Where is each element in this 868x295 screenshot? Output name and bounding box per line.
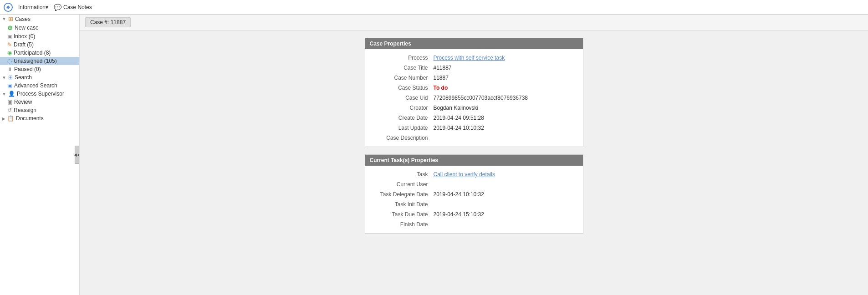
task-properties-section: Current Task(s) Properties Task Call cli…	[365, 154, 583, 234]
property-value-case-number: 11887	[434, 75, 578, 81]
property-label-case-uid: Case Uid	[370, 95, 434, 101]
property-row-case-number: Case Number 11887	[365, 73, 583, 83]
property-row-finish-date: Finish Date	[365, 219, 583, 229]
property-label-task-init-date: Task Init Date	[370, 201, 434, 208]
property-value-create-date: 2019-04-24 09:51:28	[434, 115, 578, 121]
property-value-process[interactable]: Process with self service task	[434, 55, 578, 61]
case-number-bar: Case #: 11887	[80, 15, 868, 31]
property-row-last-update: Last Update 2019-04-24 10:10:32	[365, 123, 583, 133]
triangle-down-icon: ▼	[2, 16, 6, 21]
property-row-create-date: Create Date 2019-04-24 09:51:28	[365, 113, 583, 123]
property-row-task-delegate-date: Task Delegate Date 2019-04-24 10:10:32	[365, 189, 583, 199]
cases-icon: ⊞	[8, 15, 13, 22]
triangle-down-icon: ▼	[2, 92, 6, 97]
task-properties-header: Current Task(s) Properties	[365, 155, 583, 166]
property-row-task-init-date: Task Init Date	[365, 199, 583, 209]
triangle-down-icon: ▼	[2, 75, 6, 80]
sidebar-item-label: Unassigned (105)	[14, 58, 57, 64]
case-properties-header: Case Properties	[365, 38, 583, 49]
comment-icon: 💬	[54, 4, 61, 11]
property-value-task-delegate-date: 2019-04-24 10:10:32	[434, 191, 578, 198]
reassign-icon: ↺	[7, 107, 12, 113]
advsearch-icon: ▣	[7, 82, 12, 89]
case-properties-body: Process Process with self service task C…	[365, 49, 583, 147]
property-label-case-description: Case Description	[370, 135, 434, 141]
case-notes-menu-item[interactable]: 💬 Case Notes	[54, 4, 92, 11]
property-label-task-delegate-date: Task Delegate Date	[370, 191, 434, 198]
sidebar-item-inbox[interactable]: ▣ Inbox (0)	[0, 32, 79, 41]
property-row-task-due-date: Task Due Date 2019-04-24 15:10:32	[365, 209, 583, 219]
sidebar-item-process-supervisor[interactable]: ▼ 👤 Process Supervisor	[0, 90, 79, 98]
review-icon: ▣	[7, 99, 12, 105]
property-row-case-description: Case Description	[365, 133, 583, 143]
content-area: Case #: 11887 Case Properties Process Pr…	[80, 15, 868, 295]
top-nav: Information▾ 💬 Case Notes	[0, 0, 868, 15]
information-menu[interactable]: Information▾	[18, 4, 48, 10]
properties-container: Case Properties Process Process with sel…	[80, 31, 868, 295]
inbox-icon: ▣	[7, 34, 12, 40]
property-row-case-title: Case Title #11887	[365, 63, 583, 73]
sidebar-item-review[interactable]: ▣ Review	[0, 98, 79, 106]
sidebar-item-unassigned[interactable]: ◌ Unassigned (105)	[0, 57, 79, 65]
triangle-right-icon: ▶	[2, 116, 5, 121]
property-label-process: Process	[370, 55, 434, 61]
sidebar-item-label: Process Supervisor	[17, 91, 64, 97]
unassigned-icon: ◌	[7, 58, 12, 64]
sidebar-item-paused[interactable]: ⏸ Paused (0)	[0, 65, 79, 73]
property-label-current-user: Current User	[370, 181, 434, 188]
sidebar-collapse-button[interactable]: ◀◀	[75, 146, 79, 164]
sidebar-item-label: New case	[15, 25, 39, 31]
property-label-task: Task	[370, 171, 434, 178]
sidebar-item-participated[interactable]: ◉ Participated (8)	[0, 49, 79, 57]
documents-icon: 📋	[7, 115, 14, 122]
property-value-case-title: #11887	[434, 65, 578, 71]
plus-icon: ⊕	[7, 24, 13, 31]
sidebar-item-label: Reassign	[14, 107, 36, 113]
sidebar-item-reassign[interactable]: ↺ Reassign	[0, 106, 79, 114]
sidebar-item-label: Review	[14, 99, 32, 105]
property-label-finish-date: Finish Date	[370, 221, 434, 228]
sidebar-item-label: Advanced Search	[14, 82, 57, 89]
sidebar-item-label: Cases	[15, 16, 31, 22]
task-properties-body: Task Call client to verify details Curre…	[365, 166, 583, 233]
app-logo	[4, 3, 13, 12]
property-value-case-status: To do	[434, 85, 578, 91]
property-label-case-title: Case Title	[370, 65, 434, 71]
paused-icon: ⏸	[7, 66, 12, 72]
property-label-case-status: Case Status	[370, 85, 434, 91]
property-row-process: Process Process with self service task	[365, 53, 583, 63]
sidebar-item-label: Search	[15, 74, 32, 81]
sidebar-item-label: Documents	[16, 115, 44, 122]
search-section-icon: ⊞	[8, 74, 13, 81]
sidebar-item-draft[interactable]: ✎ Draft (5)	[0, 41, 79, 49]
sidebar-item-label: Inbox (0)	[14, 33, 35, 40]
sidebar-item-search[interactable]: ▼ ⊞ Search	[0, 73, 79, 81]
property-row-creator: Creator Bogdan Kalinovski	[365, 103, 583, 113]
case-number-badge: Case #: 11887	[85, 17, 131, 27]
property-row-task: Task Call client to verify details	[365, 169, 583, 179]
sidebar-item-cases[interactable]: ▼ ⊞ Cases	[0, 15, 79, 23]
participated-icon: ◉	[7, 50, 12, 56]
property-label-creator: Creator	[370, 105, 434, 111]
sidebar-item-label: Participated (8)	[14, 50, 51, 56]
case-properties-section: Case Properties Process Process with sel…	[365, 38, 583, 147]
sidebar-item-label: Paused (0)	[14, 66, 41, 72]
property-value-creator: Bogdan Kalinovski	[434, 105, 578, 111]
property-label-create-date: Create Date	[370, 115, 434, 121]
property-value-case-uid: 7720899855cc007703accf8076936738	[434, 95, 578, 101]
property-value-task-due-date: 2019-04-24 15:10:32	[434, 211, 578, 218]
property-label-last-update: Last Update	[370, 125, 434, 131]
draft-icon: ✎	[7, 41, 12, 48]
sidebar-item-new-case[interactable]: ⊕ New case	[0, 23, 79, 32]
property-value-task[interactable]: Call client to verify details	[434, 171, 578, 178]
sidebar-item-advanced-search[interactable]: ▣ Advanced Search	[0, 81, 79, 90]
sidebar-item-documents[interactable]: ▶ 📋 Documents	[0, 114, 79, 122]
property-row-case-uid: Case Uid 7720899855cc007703accf807693673…	[365, 93, 583, 103]
sidebar: ▼ ⊞ Cases ⊕ New case ▣ Inbox (0) ✎ Draft…	[0, 15, 80, 295]
property-label-task-due-date: Task Due Date	[370, 211, 434, 218]
property-row-current-user: Current User	[365, 179, 583, 189]
supervisor-icon: 👤	[8, 91, 15, 97]
property-label-case-number: Case Number	[370, 75, 434, 81]
sidebar-item-label: Draft (5)	[14, 41, 34, 48]
property-row-case-status: Case Status To do	[365, 83, 583, 93]
